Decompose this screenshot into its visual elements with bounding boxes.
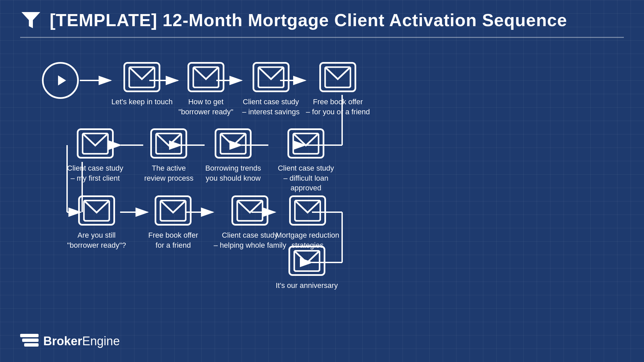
- svg-rect-37: [24, 343, 39, 347]
- email-box-n3: [253, 62, 289, 92]
- svg-marker-21: [58, 75, 66, 85]
- email-box-n1: [123, 62, 160, 92]
- email-node-n11: Client case study– helping whole family: [214, 195, 286, 250]
- start-circle: [42, 62, 79, 99]
- flow-diagram: Let's keep in touch How to get"borrower …: [20, 48, 624, 340]
- email-label-n5: Client case study– difficult loan approv…: [269, 163, 343, 193]
- page: [TEMPLATE] 12-Month Mortgage Client Acti…: [0, 0, 644, 362]
- email-box-n4: [319, 62, 356, 92]
- logo-icon: [20, 334, 39, 349]
- logo-broker: Broker: [43, 334, 82, 348]
- email-label-n9: Are you still"borrower ready"?: [67, 230, 126, 250]
- start-node: [42, 62, 79, 99]
- email-node-n8: Client case study– my first client: [67, 128, 123, 183]
- email-label-n6: Borrowing trendsyou should know: [205, 163, 261, 183]
- email-node-n10: Free book offerfor a friend: [148, 195, 198, 250]
- email-node-n3: Client case study– interest savings: [242, 62, 300, 117]
- email-node-n1: Let's keep in touch: [111, 62, 173, 107]
- email-label-n10: Free book offerfor a friend: [148, 230, 198, 250]
- svg-marker-0: [21, 12, 40, 28]
- page-title: [TEMPLATE] 12-Month Mortgage Client Acti…: [50, 10, 567, 30]
- email-box-n10: [155, 195, 192, 226]
- svg-rect-36: [22, 339, 39, 342]
- email-box-n12: [289, 195, 326, 226]
- email-node-n13: It's our anniversary: [276, 246, 338, 291]
- logo-engine: Engine: [82, 334, 120, 348]
- email-box-n6: [215, 128, 252, 159]
- email-node-n7: The activereview process: [144, 128, 194, 183]
- header: [TEMPLATE] 12-Month Mortgage Client Acti…: [20, 0, 624, 38]
- email-box-n5: [287, 128, 324, 159]
- email-label-n7: The activereview process: [144, 163, 194, 183]
- email-box-n9: [78, 195, 115, 226]
- svg-rect-35: [20, 334, 39, 337]
- email-box-n2: [187, 62, 224, 92]
- email-box-n7: [150, 128, 187, 159]
- email-node-n12: Mortgage reductionstrategies: [276, 195, 339, 250]
- email-box-n11: [231, 195, 268, 226]
- email-label-n4: Free book offer– for you or a friend: [306, 97, 370, 117]
- email-node-n9: Are you still"borrower ready"?: [67, 195, 126, 250]
- email-node-n6: Borrowing trendsyou should know: [205, 128, 261, 183]
- email-node-n5: Client case study– difficult loan approv…: [269, 128, 343, 193]
- logo-text: BrokerEngine: [43, 334, 120, 348]
- email-label-n2: How to get"borrower ready": [178, 97, 233, 117]
- email-label-n8: Client case study– my first client: [67, 163, 123, 183]
- email-box-n13: [288, 246, 325, 276]
- email-label-n11: Client case study– helping whole family: [214, 230, 286, 250]
- email-box-n8: [77, 128, 114, 159]
- email-label-n3: Client case study– interest savings: [242, 97, 300, 117]
- email-node-n4: Free book offer– for you or a friend: [306, 62, 370, 117]
- email-label-n1: Let's keep in touch: [111, 97, 173, 107]
- funnel-icon: [20, 9, 42, 31]
- email-node-n2: How to get"borrower ready": [178, 62, 233, 117]
- brokerengine-logo: BrokerEngine: [20, 334, 120, 349]
- email-label-n13: It's our anniversary: [276, 281, 338, 291]
